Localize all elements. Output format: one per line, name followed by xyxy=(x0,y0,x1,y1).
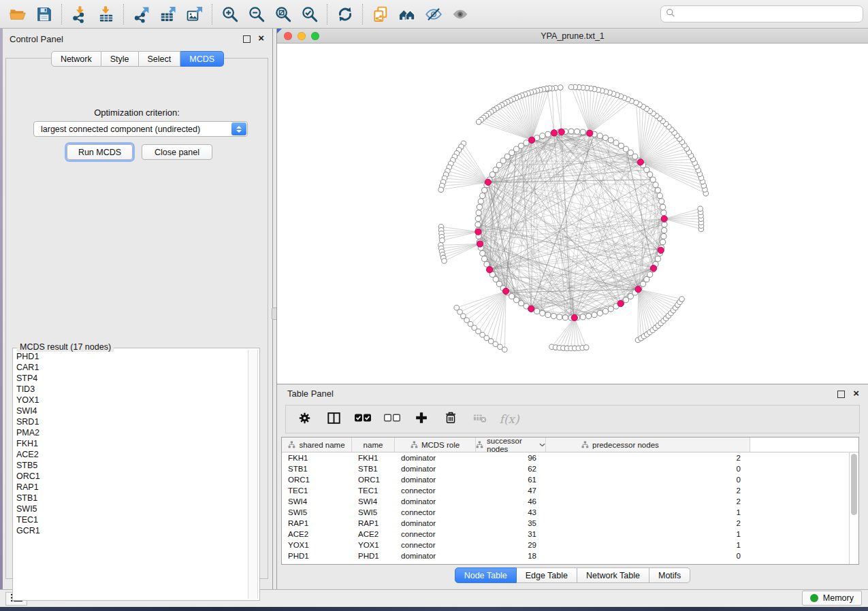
eye-slash-icon xyxy=(425,5,443,23)
table-row[interactable]: STB1STB1dominator620 xyxy=(282,463,849,474)
tab-motifs[interactable]: Motifs xyxy=(649,567,690,583)
hide-selected-button[interactable] xyxy=(420,2,447,27)
table-row[interactable]: ACE2ACE2connector311 xyxy=(282,529,849,540)
refresh-button[interactable] xyxy=(332,2,358,27)
tab-node-table[interactable]: Node Table xyxy=(455,567,517,583)
table-scrollbar-thumb[interactable] xyxy=(851,454,857,515)
tab-style[interactable]: Style xyxy=(101,51,139,67)
close-control-panel-button[interactable]: × xyxy=(258,34,264,42)
export-network-button[interactable] xyxy=(128,2,155,27)
mcds-result-item[interactable]: GCR1 xyxy=(16,525,246,536)
export-image-button[interactable] xyxy=(181,2,208,27)
show-all-columns-button[interactable] xyxy=(353,408,373,430)
create-column-button[interactable] xyxy=(411,408,432,430)
table-settings-button[interactable] xyxy=(294,408,315,430)
cell: 1 xyxy=(546,529,750,540)
search-input[interactable] xyxy=(679,8,863,20)
mcds-result-item[interactable]: PHD1 xyxy=(16,351,246,362)
refresh-icon xyxy=(336,5,354,23)
column-header-successor-nodes[interactable]: successor nodes xyxy=(476,437,546,452)
import-table-button[interactable] xyxy=(93,2,119,27)
cell: FKH1 xyxy=(352,452,395,463)
desktop-background xyxy=(0,607,868,611)
clone-network-button[interactable] xyxy=(367,2,393,27)
mcds-result-item[interactable]: SWI4 xyxy=(16,406,246,416)
save-session-button[interactable] xyxy=(31,2,57,27)
column-header-shared-name[interactable]: shared name xyxy=(282,437,352,452)
mcds-result-item[interactable]: CAR1 xyxy=(16,362,246,373)
mcds-result-item[interactable]: FKH1 xyxy=(16,438,246,449)
delete-columns-button[interactable] xyxy=(440,408,461,430)
hide-all-columns-button[interactable] xyxy=(382,408,402,430)
table-scrollbar-track[interactable] xyxy=(849,452,858,564)
table-row[interactable]: ORC1ORC1dominator610 xyxy=(282,474,849,485)
mcds-result-item[interactable]: TID3 xyxy=(16,384,246,395)
zoom-in-button[interactable] xyxy=(216,2,243,27)
criterion-dropdown[interactable]: largest connected component (undirected) xyxy=(33,121,248,137)
node-table-body: FKH1FKH1dominator962STB1STB1dominator620… xyxy=(282,452,849,561)
deselect-all-icon xyxy=(383,412,401,426)
table-row[interactable]: YOX1YOX1connector291 xyxy=(282,540,849,550)
mcds-list-scrollbar[interactable] xyxy=(248,350,258,599)
close-mcds-panel-button[interactable]: Close panel xyxy=(142,144,212,160)
zoom-selected-button[interactable] xyxy=(296,2,323,27)
mcds-result-item[interactable]: TEC1 xyxy=(16,514,246,525)
open-file-button[interactable] xyxy=(4,2,31,27)
tab-select[interactable]: Select xyxy=(139,51,181,67)
tab-edge-table[interactable]: Edge Table xyxy=(517,567,577,583)
search-box[interactable] xyxy=(660,5,863,22)
mcds-result-item[interactable]: SWI5 xyxy=(16,503,246,514)
cell: 2 xyxy=(546,485,750,496)
run-mcds-button[interactable]: Run MCDS xyxy=(67,144,133,160)
cell: SWI4 xyxy=(282,496,352,507)
table-row[interactable]: SWI4SWI4dominator462 xyxy=(282,496,849,507)
close-table-panel-button[interactable]: × xyxy=(853,389,859,397)
import-network-button[interactable] xyxy=(66,2,93,27)
sort-desc-icon xyxy=(539,443,545,447)
export-table-button[interactable] xyxy=(155,2,181,27)
mcds-result-item[interactable]: ACE2 xyxy=(16,449,246,460)
cell: 29 xyxy=(476,540,546,550)
cell: 62 xyxy=(476,463,546,474)
mcds-result-item[interactable]: RAP1 xyxy=(16,482,246,493)
float-table-panel-button[interactable] xyxy=(837,391,845,398)
table-row[interactable]: RAP1RAP1dominator352 xyxy=(282,518,849,529)
cell: RAP1 xyxy=(282,518,352,529)
mcds-result-item[interactable]: ORC1 xyxy=(16,471,246,482)
memory-button[interactable]: Memory xyxy=(802,591,862,606)
table-panel-title: Table Panel xyxy=(287,389,334,399)
table-row[interactable]: TEC1TEC1connector472 xyxy=(282,485,849,496)
cell: 18 xyxy=(476,550,546,561)
tab-network-table[interactable]: Network Table xyxy=(577,567,649,583)
import-table-icon xyxy=(97,5,115,23)
toggle-panel-layout-button[interactable] xyxy=(323,408,344,430)
table-row[interactable]: PHD1PHD1dominator180 xyxy=(282,550,849,561)
tab-mcds[interactable]: MCDS xyxy=(180,51,224,67)
fx-icon: f(x) xyxy=(499,412,519,426)
toolbar-groups xyxy=(0,2,473,27)
mcds-result-item[interactable]: STB1 xyxy=(16,493,246,503)
float-control-panel-button[interactable] xyxy=(243,35,251,43)
mcds-result-item[interactable]: YOX1 xyxy=(16,395,246,406)
table-row[interactable]: SWI5SWI5connector431 xyxy=(282,507,849,518)
optimization-criterion-label: Optimization criterion: xyxy=(6,108,268,118)
mcds-result-item[interactable]: STP4 xyxy=(16,373,246,384)
folder-open-icon xyxy=(9,5,27,23)
delete-table-icon xyxy=(472,410,487,428)
tab-network[interactable]: Network xyxy=(51,51,101,67)
zoom-out-button[interactable] xyxy=(243,2,270,27)
column-header-predecessor-nodes[interactable]: predecessor nodes xyxy=(546,437,750,452)
mcds-result-item[interactable]: PMA2 xyxy=(16,427,246,438)
zoom-fit-icon xyxy=(274,5,292,23)
column-header-MCDS-role[interactable]: MCDS role xyxy=(395,437,476,452)
table-row[interactable]: FKH1FKH1dominator962 xyxy=(282,452,849,463)
mcds-result-item[interactable]: SRD1 xyxy=(16,416,246,427)
tree-icon xyxy=(476,441,483,448)
network-canvas[interactable] xyxy=(277,44,868,384)
panel-corner-icon xyxy=(277,29,282,33)
mcds-result-item[interactable]: STB5 xyxy=(16,460,246,471)
column-header-name[interactable]: name xyxy=(352,437,395,452)
zoom-fit-button[interactable] xyxy=(270,2,296,27)
column-label: name xyxy=(364,441,383,449)
first-neighbors-button[interactable] xyxy=(393,2,420,27)
